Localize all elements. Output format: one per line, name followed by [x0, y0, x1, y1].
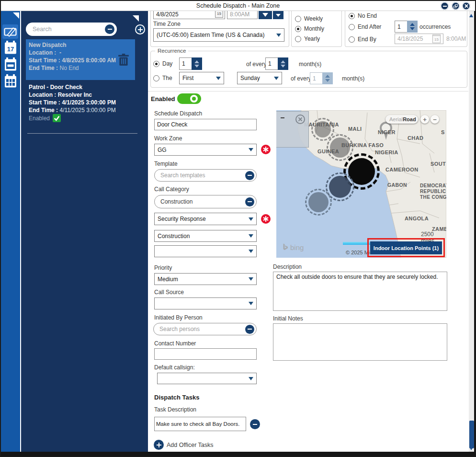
dispatch-search-input[interactable]: Search: [26, 23, 117, 36]
delete-dispatch-button[interactable]: [118, 54, 129, 68]
radio-icon: [153, 61, 159, 67]
dispatch-list-item-selected[interactable]: New Dispatch Location : - Start Time : 4…: [26, 39, 135, 80]
spinner-arrows[interactable]: [278, 57, 288, 70]
months-spinner[interactable]: 1: [265, 57, 288, 70]
zoom-in-button[interactable]: +: [420, 115, 429, 124]
work-zone-select[interactable]: GG: [154, 144, 257, 156]
location-label: Location :: [29, 91, 56, 98]
start-value: 4/1/2025 3:00:00 PM: [62, 99, 116, 106]
road-option[interactable]: Road: [403, 116, 416, 122]
vertical-scrollbar[interactable]: [469, 11, 474, 452]
description-label: Description: [273, 263, 302, 270]
radio-weekly[interactable]: Weekly: [295, 15, 323, 22]
spin-up-icon: [410, 23, 415, 26]
marker-circle: [329, 176, 351, 198]
required-badge: [261, 214, 271, 224]
radio-monthly[interactable]: Monthly: [295, 25, 324, 32]
clear-search-button[interactable]: [105, 24, 114, 34]
country-label: GABON: [387, 182, 407, 188]
end-by-calendar-button[interactable]: 15: [432, 34, 441, 43]
map[interactable]: MAURITANIA MALI NIGER CHAD BURKINA FASO …: [276, 110, 446, 258]
restore-button[interactable]: [452, 2, 460, 10]
add-officer-tasks-label: Add Officer Tasks: [167, 442, 214, 448]
call-category-input[interactable]: Construction: [154, 195, 257, 208]
spin-down-icon: [410, 27, 415, 30]
minimize-button[interactable]: [441, 2, 449, 10]
recurrence-legend: Recurrence: [155, 48, 188, 54]
zoom-out-button[interactable]: −: [431, 115, 439, 124]
template-label: Template: [154, 160, 178, 167]
tool-day-view[interactable]: 17: [2, 40, 18, 55]
chevron-down-icon: [276, 14, 281, 17]
dispatch-list-item[interactable]: Patrol - Door Check Location : Resolver …: [26, 83, 135, 129]
spinner-arrows[interactable]: [192, 57, 202, 70]
clear-call-category-button[interactable]: [245, 197, 254, 206]
call-subtype2-select[interactable]: [154, 245, 257, 257]
spin-down-icon: [194, 65, 199, 68]
map-style-toggle[interactable]: Aerial Road: [385, 115, 418, 124]
add-officer-tasks-button[interactable]: [154, 440, 164, 450]
radio-day[interactable]: Day: [153, 60, 172, 67]
location-value: Resolver Inc: [58, 91, 92, 98]
close-button[interactable]: [462, 2, 470, 10]
initial-notes-label: Initial Notes: [273, 315, 303, 322]
marker-circle: [308, 192, 329, 212]
day-spinner[interactable]: 1: [179, 57, 202, 70]
enabled-toggle[interactable]: [177, 93, 201, 104]
chevron-down-icon: [262, 13, 268, 17]
chevron-down-icon: [216, 77, 221, 80]
weekday-select[interactable]: Sunday: [237, 72, 282, 84]
spin-down-icon: [325, 79, 330, 82]
call-source-label: Call Source: [154, 289, 184, 296]
aerial-option[interactable]: Aerial: [389, 116, 403, 122]
radio-end-after[interactable]: End After: [349, 23, 381, 30]
template-search-input[interactable]: Search templates: [154, 169, 257, 182]
tool-week-view[interactable]: [2, 57, 18, 71]
scroll-down-icon[interactable]: [469, 447, 473, 450]
scrollbar-thumb[interactable]: [469, 421, 474, 448]
radio-no-end[interactable]: No End: [349, 12, 377, 19]
task-description-input[interactable]: [154, 417, 246, 431]
clear-person-button[interactable]: [245, 325, 254, 334]
call-type-select[interactable]: Security Response: [154, 213, 257, 225]
add-dispatch-button[interactable]: [135, 24, 145, 34]
call-source-select[interactable]: [154, 297, 257, 309]
timezone-select[interactable]: (UTC-05:00) Eastern Time (US & Canada): [153, 28, 284, 42]
panel-resize-handle[interactable]: [133, 15, 139, 22]
initiated-by-label: Initiated By Person: [154, 314, 203, 321]
chevron-down-icon: [249, 277, 253, 281]
initiated-by-search-input[interactable]: Search persons: [153, 323, 257, 335]
occurrences-spinner[interactable]: 1: [395, 21, 418, 33]
of-every-label-2: of every: [291, 75, 311, 82]
overlay-close-button[interactable]: [295, 114, 305, 124]
tool-month-view[interactable]: [2, 74, 18, 88]
chevron-down-icon: [249, 250, 253, 253]
location-label: Location :: [29, 49, 56, 56]
months-label: month(s): [299, 61, 321, 68]
clear-template-button[interactable]: [245, 171, 254, 180]
radio-the[interactable]: The: [153, 75, 172, 81]
priority-select[interactable]: Medium: [154, 273, 257, 285]
description-textarea[interactable]: Check all outside doors to ensure that t…: [273, 272, 447, 311]
country-label: DEMOCRATI REPUBLIC O THE CONGO: [420, 183, 446, 200]
ordinal-select[interactable]: First: [179, 72, 224, 84]
spinner-arrows[interactable]: [322, 72, 333, 84]
contact-number-input[interactable]: [154, 348, 257, 360]
months-spinner-disabled[interactable]: 1: [310, 72, 333, 84]
overlay-minimize-icon[interactable]: [281, 117, 284, 118]
chevron-down-icon: [276, 34, 281, 37]
radio-end-by[interactable]: End By: [349, 36, 376, 43]
scroll-up-icon[interactable]: [469, 14, 473, 17]
default-callsign-select[interactable]: [157, 373, 257, 384]
radio-yearly[interactable]: Yearly: [295, 35, 320, 42]
remove-task-button[interactable]: [250, 419, 260, 429]
call-subtype-select[interactable]: Construction: [154, 230, 257, 242]
schedule-dispatch-input[interactable]: [154, 119, 257, 130]
map-marker-cluster[interactable]: [305, 189, 332, 216]
default-callsign-label: Default callsign:: [154, 364, 195, 371]
initial-notes-textarea[interactable]: [273, 323, 447, 361]
panel-resize-handle[interactable]: [13, 12, 19, 19]
radio-icon: [349, 36, 355, 43]
tool-edit-dispatch[interactable]: [2, 24, 18, 39]
spinner-arrows[interactable]: [407, 21, 418, 33]
